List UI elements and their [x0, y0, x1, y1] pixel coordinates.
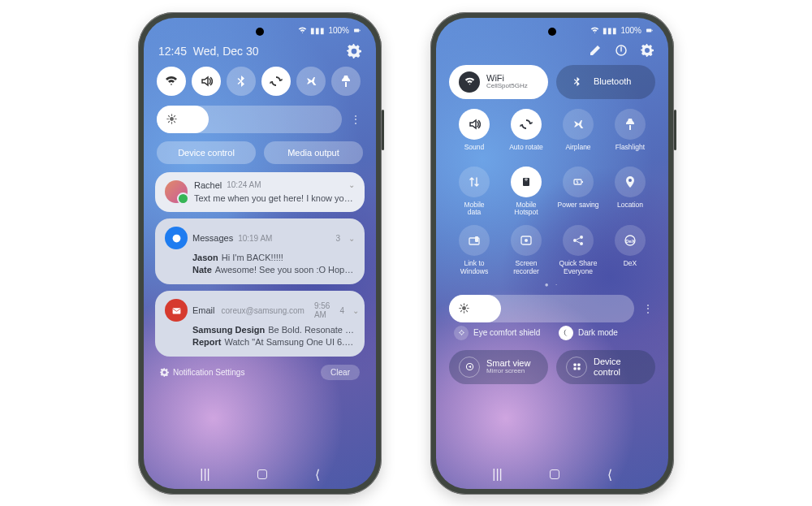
airplane-toggle[interactable]	[296, 67, 326, 96]
clock-date[interactable]: 12:45 Wed, Dec 30	[158, 45, 259, 58]
messages-icon	[165, 227, 188, 249]
smart-view-tile[interactable]: Smart viewMirror screen	[449, 350, 548, 384]
wifi-status-icon	[590, 26, 599, 35]
bluetooth-toggle[interactable]	[227, 67, 256, 96]
device-control-tile[interactable]: Device control	[556, 350, 655, 384]
more-icon[interactable]: ⋮	[348, 116, 363, 123]
chevron-down-icon[interactable]: ⌄	[352, 306, 359, 315]
moon-icon	[562, 328, 571, 337]
nav-bar: ||| ⟨	[144, 467, 376, 482]
camera-notch	[548, 28, 556, 36]
notification-card[interactable]: Messages 10:19 AM 3 ⌄ JasonHi I'm BACK!!…	[155, 218, 365, 284]
power-icon[interactable]	[615, 44, 628, 57]
bluetooth-icon	[572, 76, 582, 87]
brightness-icon	[459, 303, 469, 314]
chevron-down-icon[interactable]: ⌄	[348, 180, 355, 189]
bluetooth-tile[interactable]: Bluetooth	[556, 65, 655, 99]
wifi-tile[interactable]: WiFiCellSpot5GHz	[449, 65, 548, 99]
chevron-down-icon[interactable]: ⌄	[348, 234, 355, 243]
qs-header	[436, 39, 668, 65]
qs-tile-sound[interactable]: Sound	[451, 109, 498, 158]
notif-time: 10:24 AM	[227, 180, 261, 189]
svg-rect-29	[652, 30, 653, 31]
shade-footer: Notification Settings Clear	[144, 363, 376, 382]
clear-button[interactable]: Clear	[321, 365, 360, 380]
brightness-slider[interactable]	[157, 106, 342, 133]
avatar	[165, 180, 188, 203]
qs-tile-location[interactable]: Location	[607, 167, 654, 218]
wifi-toggle[interactable]	[157, 67, 186, 96]
battery-percent: 100%	[620, 26, 641, 35]
notif-time: 10:19 AM	[238, 234, 272, 243]
eye-comfort-toggle[interactable]: Eye comfort shield	[454, 326, 546, 340]
battery-percent: 100%	[328, 26, 349, 35]
page-indicator[interactable]: ● ·	[436, 279, 668, 293]
qs-tile-dex[interactable]: DeX	[607, 225, 654, 276]
shade-header: 12:45 Wed, Dec 30	[144, 39, 376, 67]
grid-icon	[572, 361, 582, 372]
app-name: Email	[192, 305, 215, 315]
dark-mode-toggle[interactable]: Dark mode	[559, 326, 650, 340]
qs-grid: SoundAuto rotateAirplaneFlashlightMobile…	[436, 99, 668, 279]
notif-count: 3	[335, 234, 340, 243]
battery-icon	[645, 26, 654, 35]
bottom-tile-row: Smart viewMirror screen Device control	[436, 347, 668, 387]
qs-tile-battery[interactable]: Power saving	[555, 167, 602, 218]
app-name: Messages	[192, 233, 233, 243]
nav-bar: ||| ⟨	[436, 467, 668, 482]
edit-icon[interactable]	[589, 44, 602, 57]
qs-tile-data[interactable]: Mobiledata	[451, 167, 498, 218]
brightness-row: ⋮	[449, 295, 655, 322]
media-output-chip[interactable]: Media output	[264, 141, 363, 164]
more-icon[interactable]: ⋮	[641, 305, 655, 312]
notif-count: 4	[339, 306, 344, 315]
notification-card[interactable]: Email coreux@samsung.com 9:56 AM 4 ⌄ Sam…	[155, 291, 365, 357]
notif-time: 9:56 AM	[314, 301, 330, 319]
notification-settings-link[interactable]: Notification Settings	[160, 368, 244, 377]
home-button[interactable]	[550, 469, 559, 479]
sender-name: Rachel	[194, 180, 222, 190]
signal-bars-icon: ▮▮▮	[310, 26, 325, 35]
brightness-icon	[166, 114, 177, 124]
svg-rect-26	[354, 28, 359, 32]
back-button[interactable]: ⟨	[315, 467, 320, 482]
recents-button[interactable]: |||	[492, 467, 502, 482]
signal-bars-icon: ▮▮▮	[603, 26, 617, 35]
quick-toggle-row	[144, 67, 376, 96]
email-address: coreux@samsung.com	[222, 306, 304, 315]
phone-quick-settings: ▮▮▮ 100% WiFiCellSpot5GHz Bluetooth Soun…	[430, 12, 674, 495]
sound-toggle[interactable]	[192, 67, 221, 96]
big-tile-row: WiFiCellSpot5GHz Bluetooth	[436, 65, 668, 99]
qs-tile-rotate[interactable]: Auto rotate	[503, 109, 550, 158]
battery-icon	[352, 26, 361, 35]
qs-tile-airplane[interactable]: Airplane	[555, 109, 602, 158]
back-button[interactable]: ⟨	[607, 467, 612, 482]
chip-row: Device control Media output	[144, 133, 376, 172]
gear-icon	[160, 368, 169, 377]
qs-tile-link[interactable]: Link toWindows	[451, 225, 498, 276]
notif-body: Text me when you get here! I know you're…	[194, 192, 355, 205]
email-icon	[165, 299, 188, 322]
cast-icon	[464, 361, 475, 372]
home-button[interactable]	[257, 469, 267, 479]
qs-tile-flashlight[interactable]: Flashlight	[607, 109, 654, 158]
qs-tile-record[interactable]: Screenrecorder	[503, 225, 550, 276]
brightness-row: ⋮	[157, 106, 363, 133]
svg-rect-27	[360, 30, 361, 31]
toggle-row: Eye comfort shield Dark mode	[436, 322, 668, 347]
flashlight-toggle[interactable]	[331, 67, 361, 96]
wifi-status-icon	[298, 26, 307, 35]
recents-button[interactable]: |||	[200, 467, 209, 482]
qs-tile-share[interactable]: Quick ShareEveryone	[555, 225, 602, 276]
brightness-slider[interactable]	[449, 295, 634, 322]
svg-rect-28	[646, 28, 651, 32]
settings-icon[interactable]	[641, 44, 654, 57]
notification-card[interactable]: Rachel 10:24 AM ⌄ Text me when you get h…	[155, 172, 365, 213]
camera-notch	[256, 28, 264, 36]
qs-tile-hotspot[interactable]: MobileHotspot	[503, 167, 550, 218]
phone-notification-shade: ▮▮▮ 100% 12:45 Wed, Dec 30 ⋮ Device	[138, 12, 382, 495]
settings-icon[interactable]	[347, 44, 361, 58]
eye-icon	[457, 328, 466, 337]
auto-rotate-toggle[interactable]	[261, 67, 291, 96]
device-control-chip[interactable]: Device control	[157, 141, 256, 164]
